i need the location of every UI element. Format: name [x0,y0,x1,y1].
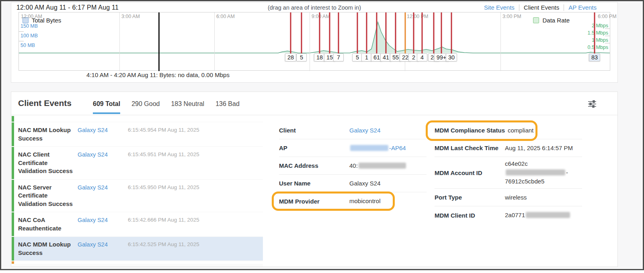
event-list-item[interactable]: NAC MDM Lookup SuccessGalaxy S246:15:42.… [12,237,263,261]
legend-data-rate-label: Data Rate [542,17,570,24]
event-marker-line [366,12,367,53]
events-tab-609-total[interactable]: 609 Total [93,100,120,114]
partially-scrolled-row [12,116,263,122]
timeline-hover-readout: 4:10 AM - 4:20 AM Aug 11: Bytes: no data… [86,71,230,78]
redacted-value [526,212,570,218]
scope-tab-site-events[interactable]: Site Events [484,4,515,11]
y-axis-tick [605,36,610,36]
x-tick-label: 9:00 AM [312,14,330,19]
tab-separator [564,4,564,11]
timeline-cursor[interactable] [158,12,160,71]
events-tab-136-bad[interactable]: 136 Bad [215,100,240,114]
event-client-link[interactable]: Galaxy S24 [78,240,128,257]
event-client-link[interactable]: Galaxy S24 [78,126,128,143]
detail-value-link[interactable]: -AP64 [389,145,406,151]
event-name: NAC Client Certificate Validation Succes… [18,151,78,175]
event-marker-line [386,12,387,53]
event-timestamp: 6:15:42.525 PM Aug 11, 2025 [128,240,261,257]
event-marker-line [422,12,423,53]
event-count-badge[interactable]: 1 [361,53,372,61]
detail-label: MAC Address [279,162,349,169]
detail-label: MDM Account ID [435,169,505,176]
detail-label: Port Type [435,194,505,201]
redacted-value [350,145,388,151]
detail-value: Aug 11, 2025 6:14:57 PM [505,144,573,153]
x-tick-label: 6:00 PM [598,14,617,19]
event-list-item[interactable]: NAC MDM Lookup SuccessGalaxy S246:15:45.… [12,122,263,146]
event-list-item[interactable]: NAC Client Certificate Validation Succes… [12,147,263,179]
scope-tab-client-events[interactable]: Client Events [524,4,559,11]
event-marker-line [338,12,339,53]
event-marker-line [451,12,452,53]
event-count-badge[interactable]: 30 [446,53,457,61]
detail-value: Galaxy S24 [349,179,381,188]
event-marker-line [594,12,595,53]
x-tick-label: 12:00 AM [21,14,42,19]
detail-label: MDM Last Check Time [435,145,505,151]
detail-label: MDM Compliance Status [435,127,505,134]
tab-separator [519,4,519,11]
x-gridline [500,12,501,71]
y-axis-tick [605,43,610,43]
event-marker-line [441,12,442,53]
event-list-item[interactable]: NAC Server Certificate Validation Succes… [12,180,263,212]
data-rate-swatch-icon [533,17,539,23]
event-name: NAC Server Certificate Validation Succes… [18,183,78,208]
screenshot-root: 12:00 AM Aug 11 - 6:17 PM Aug 11 (drag a… [0,0,644,273]
event-timestamp: 6:15:45.951 PM Aug 11, 2025 [128,151,261,175]
detail-row-mdm-provider: MDM Providermobicontrol [279,192,427,210]
events-tab-290-good[interactable]: 290 Good [131,100,160,114]
event-marker-line [413,12,414,53]
event-marker-line [329,12,330,53]
filter-settings-icon[interactable] [588,100,597,108]
client-events-filter-tabs: 609 Total290 Good183 Neutral136 Bad [93,100,240,114]
x-gridline [310,12,310,71]
event-count-badge[interactable]: 5 [296,53,307,61]
event-timestamp: 6:15:45.954 PM Aug 11, 2025 [128,126,261,143]
detail-value: 40: [349,161,407,170]
event-name: NAC MDM Lookup Success [18,126,78,143]
detail-value: 2a0771 [505,211,571,220]
event-scope-tabs: Site EventsClient EventsAP Events [484,4,597,11]
y-axis-tick [19,31,24,32]
event-client-link[interactable]: Galaxy S24 [78,183,128,208]
y-axis-rate-label: 1.5 Mbps [588,30,608,36]
event-marker-line [405,12,406,53]
event-marker-line [395,12,396,53]
timeline-chart[interactable]: Total Bytes Data Rate 12:00 AM3:00 AM6:0… [18,12,610,71]
detail-value-link[interactable]: Galaxy S24 [349,127,381,134]
event-list-item[interactable]: NAC CoA ReauthenticateGalaxy S246:15:42.… [12,212,263,236]
event-client-link[interactable]: Galaxy S24 [78,151,128,175]
header-divider [11,115,617,115]
scope-tab-ap-events[interactable]: AP Events [568,4,597,11]
detail-row-mdm-compliance-status: MDM Compliance Statuscompliant [435,122,582,139]
detail-label: User Name [279,180,349,187]
legend-data-rate: Data Rate [533,17,570,24]
event-count-badge[interactable]: 18 [314,53,325,61]
x-gridline [214,12,215,71]
x-gridline [119,12,120,71]
detail-value: c64e02c-76912c5cbde5 [505,159,582,186]
event-count-badge[interactable]: 4 [417,53,427,61]
x-tick-label: 12:00 PM [407,14,429,19]
partially-scrolled-row [12,261,263,264]
client-events-panel: Client Events 609 Total290 Good183 Neutr… [11,92,618,267]
event-count-badge[interactable]: 28 [285,53,296,61]
event-timestamp: 6:15:45.950 PM Aug 11, 2025 [128,183,261,208]
event-count-badge[interactable]: 83 [589,53,600,61]
detail-row-mdm-account-id: MDM Account IDc64e02c-76912c5cbde5 [435,157,582,189]
redacted-value [359,163,406,169]
event-marker-line [357,12,358,53]
y-axis-rate-label: 0.5 Mbps [588,45,608,50]
event-details-left-column: ClientGalaxy S24AP-AP64MAC Address40:Use… [279,122,427,210]
events-tab-183-neutral[interactable]: 183 Neutral [171,100,204,114]
y-axis-tick [605,29,610,29]
detail-label: MDM Client ID [435,212,505,219]
x-tick-label: 3:00 PM [502,14,521,19]
event-count-badge[interactable]: 7 [333,53,344,61]
event-client-link[interactable]: Galaxy S24 [78,216,128,232]
event-details-right-column: MDM Compliance StatuscompliantMDM Last C… [435,122,582,224]
detail-value: -AP64 [349,144,406,153]
event-timestamp: 6:15:42.666 PM Aug 11, 2025 [128,216,261,232]
timeline-panel: 12:00 AM Aug 11 - 6:17 PM Aug 11 (drag a… [11,2,618,83]
